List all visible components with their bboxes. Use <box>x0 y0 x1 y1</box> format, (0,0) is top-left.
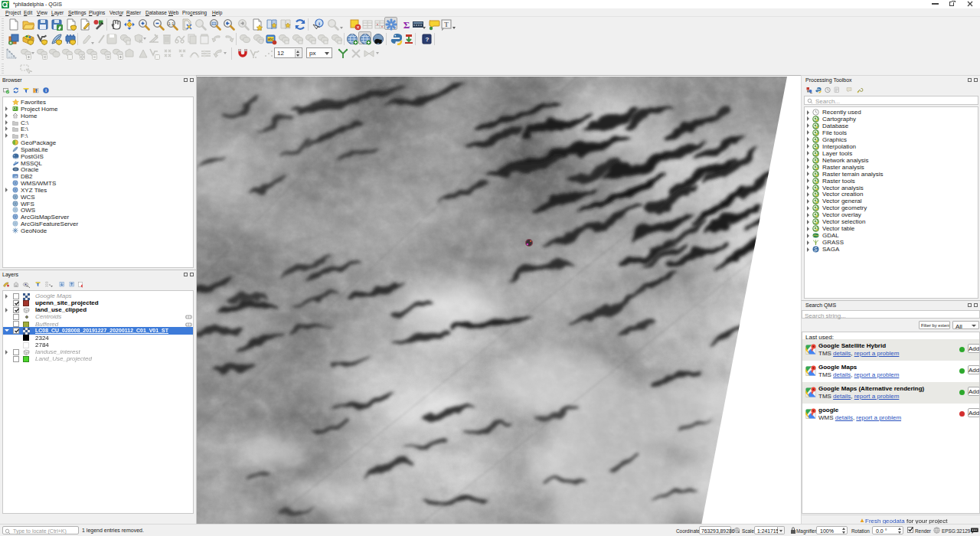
svg-text:abc: abc <box>268 38 274 41</box>
svg-text:DB: DB <box>14 175 18 178</box>
svg-text:1:1: 1:1 <box>168 21 175 26</box>
svg-text:T: T <box>444 21 449 28</box>
svg-text:?: ? <box>426 36 430 43</box>
svg-text:Σ: Σ <box>403 19 410 31</box>
svg-text:i: i <box>318 21 320 27</box>
